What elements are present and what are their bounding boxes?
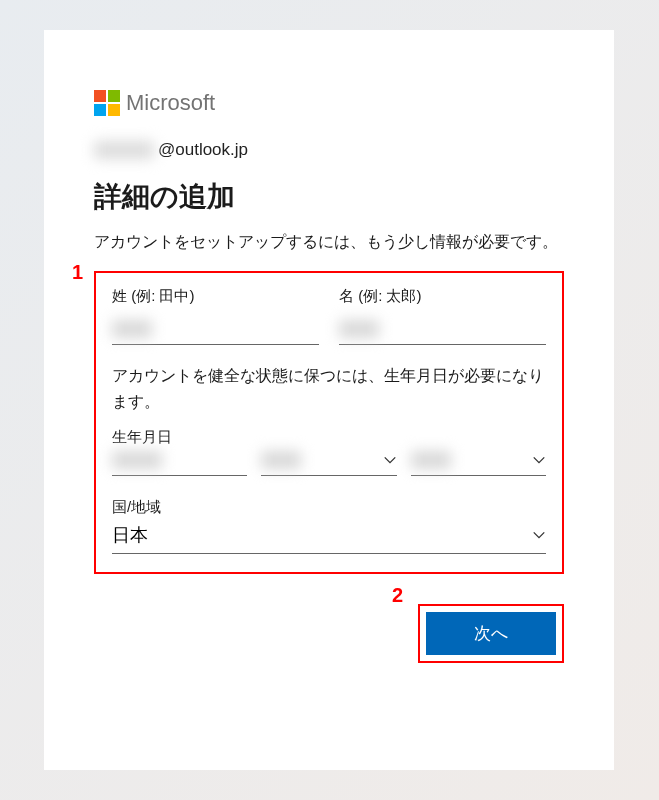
dob-month-select[interactable]: xx (261, 447, 396, 476)
first-name-label: 名 (例: 太郎) (339, 287, 546, 306)
chevron-down-icon (532, 453, 546, 467)
first-name-value-masked: xx (339, 320, 379, 338)
account-email: xxxxx @outlook.jp (94, 140, 564, 160)
last-name-input[interactable]: xx (112, 316, 319, 345)
microsoft-logo: Microsoft (94, 90, 564, 116)
country-label: 国/地域 (112, 498, 161, 515)
last-name-value-masked: xx (112, 320, 152, 338)
email-local-masked: xxxxx (94, 141, 154, 159)
annotation-1: 1 (72, 261, 83, 284)
dob-day-masked: xx (411, 451, 451, 469)
form-section-highlight: 1 姓 (例: 田中) xx 名 (例: 太郎) xx アカウントを健全な状態に… (94, 271, 564, 574)
page-title: 詳細の追加 (94, 178, 564, 216)
next-button-highlight: 2 次へ (418, 604, 564, 663)
dob-info-text: アカウントを健全な状態に保つには、生年月日が必要になります。 (112, 363, 546, 414)
chevron-down-icon (532, 528, 546, 542)
signup-card: Microsoft xxxxx @outlook.jp 詳細の追加 アカウントを… (44, 30, 614, 770)
footer-actions: 2 次へ (94, 604, 564, 663)
annotation-2: 2 (392, 584, 403, 607)
next-button[interactable]: 次へ (426, 612, 556, 655)
microsoft-logo-icon (94, 90, 120, 116)
country-value: 日本 (112, 523, 148, 547)
dob-month-masked: xx (261, 451, 301, 469)
dob-label: 生年月日 (112, 428, 172, 445)
email-domain: @outlook.jp (158, 140, 248, 160)
first-name-input[interactable]: xx (339, 316, 546, 345)
country-select[interactable]: 日本 (112, 517, 546, 554)
page-subtitle: アカウントをセットアップするには、もう少し情報が必要です。 (94, 232, 564, 253)
dob-year-select[interactable]: xxxx (112, 447, 247, 476)
dob-day-select[interactable]: xx (411, 447, 546, 476)
dob-year-masked: xxxx (112, 451, 162, 469)
microsoft-logo-text: Microsoft (126, 90, 215, 116)
last-name-label: 姓 (例: 田中) (112, 287, 319, 306)
chevron-down-icon (383, 453, 397, 467)
